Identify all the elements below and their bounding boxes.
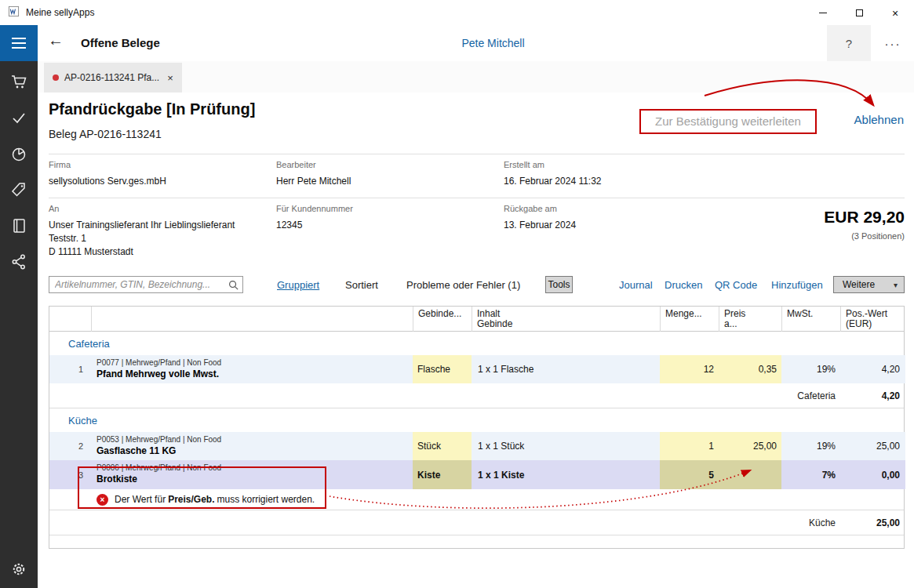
header-preis[interactable]: Preis a...	[719, 307, 781, 332]
field-label-kundennummer: Für Kundennummer	[276, 204, 353, 213]
sidebar-item-labels[interactable]	[9, 180, 29, 200]
print-link[interactable]: Drucken	[665, 279, 702, 291]
article-name: Brotkiste	[96, 474, 413, 485]
row-description: P0077 | Mehrweg/Pfand | Non Food Pfand M…	[91, 355, 413, 383]
group-subtotal-cafeteria: Cafeteria 4,20	[49, 383, 904, 408]
field-label-bearbeiter: Bearbeiter	[276, 160, 316, 169]
error-text: Der Wert fürPreis/Geb.muss korrigiert we…	[115, 494, 315, 505]
problems-link[interactable]: Probleme oder Fehler (1)	[406, 279, 520, 291]
positions-table: Gebinde... Inhalt Gebinde Menge... Preis…	[49, 306, 905, 549]
table-header: Gebinde... Inhalt Gebinde Menge... Preis…	[49, 307, 904, 332]
cell-gebinde[interactable]: Kiste	[413, 460, 472, 489]
table-row[interactable]: 2 P0053 | Mehrweg/Pfand | Non Food Gasfl…	[49, 432, 904, 460]
document-total: EUR 29,20	[824, 208, 905, 227]
cell-menge[interactable]: 12	[660, 355, 719, 383]
separator	[49, 198, 905, 198]
close-icon: ×	[892, 7, 898, 20]
reject-button[interactable]: Ablehnen	[854, 113, 904, 126]
search-input[interactable]	[49, 276, 243, 293]
unsaved-dot-icon	[53, 74, 59, 81]
header-num[interactable]	[49, 307, 91, 332]
header-gebinde[interactable]: Gebinde...	[413, 307, 472, 332]
field-label-an: An	[49, 204, 59, 213]
cell-menge[interactable]: 1	[660, 432, 719, 460]
article-name: Pfand Mehrweg volle Mwst.	[96, 368, 413, 379]
add-link[interactable]: Hinzufügen	[771, 279, 823, 291]
header-menge[interactable]: Menge...	[660, 307, 719, 332]
sidebar-item-share[interactable]	[9, 252, 29, 272]
article-name: Gasflasche 11 KG	[96, 445, 413, 456]
cell-gebinde[interactable]: Flasche	[413, 355, 472, 383]
field-value-kundennummer: 12345	[276, 219, 302, 232]
qr-code-link[interactable]: QR Code	[715, 279, 757, 291]
sidebar	[0, 61, 38, 588]
article-meta: P0077 | Mehrweg/Pfand | Non Food	[96, 358, 413, 367]
subtotal-label: Küche	[781, 510, 840, 535]
maximize-button[interactable]	[841, 1, 877, 25]
window-title: Meine sellyApps	[26, 7, 94, 18]
help-icon: ?	[846, 37, 852, 50]
separator	[49, 154, 905, 154]
sorted-link[interactable]: Sortiert	[345, 279, 378, 291]
tab-document[interactable]: AP-0216-113241 Pfa... ×	[44, 63, 182, 93]
more-button[interactable]: ···	[872, 25, 914, 61]
cell-poswert: 25,00	[840, 432, 905, 460]
cell-menge[interactable]: 5	[660, 460, 719, 489]
document-number: Beleg AP-0216-113241	[49, 128, 162, 140]
cell-poswert: 0,00	[840, 460, 905, 489]
sidebar-item-journal[interactable]	[9, 216, 29, 236]
tag-icon	[9, 180, 28, 199]
sidebar-item-tasks[interactable]	[9, 107, 29, 128]
table-row[interactable]: 1 P0077 | Mehrweg/Pfand | Non Food Pfand…	[49, 355, 904, 383]
header-mwst[interactable]: MwSt.	[781, 307, 840, 332]
book-icon	[9, 216, 28, 235]
positions-count: (3 Positionen)	[851, 231, 905, 241]
share-icon	[9, 252, 28, 271]
subtotal-value: 25,00	[840, 510, 905, 535]
field-label-erstellt-am: Erstellt am	[504, 160, 544, 169]
article-meta: P0053 | Mehrweg/Pfand | Non Food	[96, 435, 413, 444]
header-inhalt[interactable]: Inhalt Gebinde	[472, 307, 660, 332]
cell-preis[interactable]: 25,00	[719, 432, 781, 460]
cell-preis[interactable]	[719, 460, 781, 489]
validation-error-message: × Der Wert fürPreis/Geb.muss korrigiert …	[49, 489, 904, 510]
sidebar-item-statistics[interactable]	[9, 143, 29, 164]
row-description: P0053 | Mehrweg/Pfand | Non Food Gasflas…	[91, 432, 413, 460]
group-subtotal-kueche: Küche 25,00	[49, 510, 904, 535]
cell-inhalt: 1 x 1 Flasche	[472, 355, 660, 383]
close-button[interactable]: ×	[877, 1, 913, 25]
pie-chart-icon	[9, 144, 28, 163]
app-header: ← Offene Belege Pete Mitchell ? ···	[0, 25, 914, 61]
more-actions-button[interactable]: Weitere ▾	[833, 276, 905, 293]
header-description[interactable]	[91, 307, 413, 332]
document-view: Pfandrückgabe [In Prüfung] Zur Bestätigu…	[38, 93, 914, 588]
cell-gebinde[interactable]: Stück	[413, 432, 472, 460]
table-row-selected[interactable]: 3 P0006 | Mehrweg/Pfand | Non Food Brotk…	[49, 460, 904, 489]
tools-button[interactable]: Tools	[545, 276, 573, 293]
tab-close-icon[interactable]: ×	[167, 72, 173, 84]
help-button[interactable]: ?	[827, 25, 871, 61]
field-value-erstellt-am: 16. Februar 2024 11:32	[504, 175, 602, 188]
search-icon[interactable]	[228, 279, 239, 294]
field-value-rueckgabe-am: 13. Februar 2024	[504, 219, 576, 232]
sidebar-item-cart[interactable]	[9, 71, 29, 92]
subtotal-value: 4,20	[840, 383, 905, 408]
row-number: 2	[49, 432, 91, 460]
app-window: Meine sellyApps × ← Offene Belege Pete M…	[0, 0, 914, 588]
field-label-rueckgabe-am: Rückgabe am	[504, 204, 557, 213]
document-title: Pfandrückgabe [In Prüfung]	[49, 100, 255, 118]
more-actions-label: Weitere	[843, 279, 875, 290]
user-link[interactable]: Pete Mitchell	[0, 37, 914, 49]
grouped-link[interactable]: Gruppiert	[277, 279, 319, 291]
cell-inhalt: 1 x 1 Kiste	[472, 460, 660, 489]
header-poswert[interactable]: Pos.-Wert (EUR)	[840, 307, 905, 332]
minimize-button[interactable]	[805, 1, 841, 25]
titlebar: Meine sellyApps ×	[0, 0, 914, 25]
sidebar-item-settings[interactable]	[9, 559, 29, 579]
forward-button[interactable]: Zur Bestätigung weiterleiten	[640, 110, 816, 133]
chevron-down-icon: ▾	[894, 281, 898, 289]
journal-link[interactable]: Journal	[619, 279, 653, 291]
tab-label: AP-0216-113241 Pfa...	[64, 72, 159, 83]
cell-preis[interactable]: 0,35	[719, 355, 781, 383]
table-empty-area	[49, 535, 904, 548]
